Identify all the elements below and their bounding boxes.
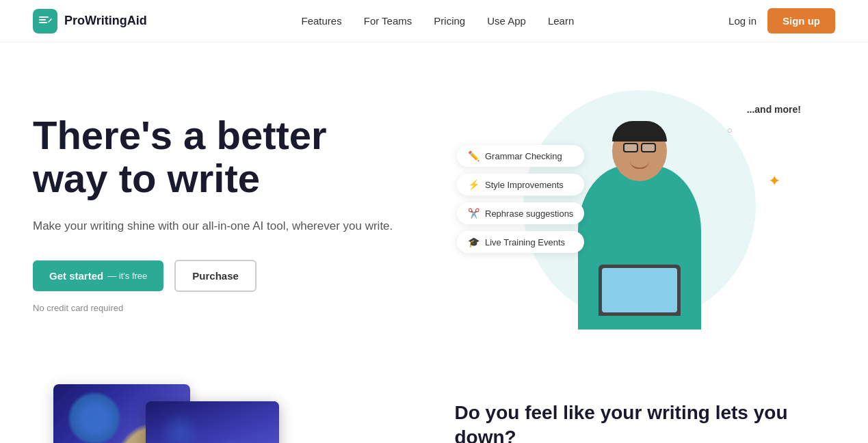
second-content: Do you feel like your writing lets you d…: [455, 401, 836, 443]
nav-for-teams[interactable]: For Teams: [364, 15, 412, 27]
no-credit-text: No credit card required: [33, 303, 416, 313]
laptop: [599, 265, 681, 316]
nav-learn[interactable]: Learn: [548, 15, 574, 27]
get-started-button[interactable]: Get started — it's free: [33, 260, 163, 291]
logo-link[interactable]: ProWritingAid: [33, 9, 147, 33]
feature-pills: ✏️ Grammar Checking ⚡ Style Improvements…: [457, 145, 584, 253]
style-icon: ⚡: [468, 179, 479, 190]
more-badge: ...and more!: [747, 104, 801, 115]
purchase-button[interactable]: Purchase: [174, 260, 257, 292]
swirl-2: [159, 412, 200, 443]
laptop-screen: [602, 268, 677, 312]
person-body: [578, 165, 701, 330]
screenshot-gradient: [146, 401, 279, 443]
hero-section: There's a better way to write Make your …: [0, 42, 868, 371]
circle-deco: ○: [727, 124, 733, 135]
hero-title: There's a better way to write: [33, 113, 416, 201]
nav-links: Features For Teams Pricing Use App Learn: [302, 15, 575, 27]
second-title: Do you feel like your writing lets you d…: [455, 401, 836, 443]
nav-pricing[interactable]: Pricing: [434, 15, 465, 27]
signup-button[interactable]: Sign up: [767, 8, 835, 33]
pill-rephrase: ✂️ Rephrase suggestions: [457, 202, 584, 224]
screenshot-front: [146, 401, 279, 443]
hero-image: ✏️ Grammar Checking ⚡ Style Improvements…: [443, 83, 835, 343]
grammar-icon: ✏️: [468, 150, 479, 161]
smile: [630, 161, 649, 169]
navbar: ProWritingAid Features For Teams Pricing…: [0, 0, 868, 42]
free-tag: — it's free: [107, 271, 147, 281]
nav-actions: Log in Sign up: [728, 8, 835, 33]
hero-person: [578, 165, 701, 330]
login-button[interactable]: Log in: [728, 15, 757, 27]
glasses: [623, 143, 656, 152]
swirl-1: [204, 439, 259, 443]
nav-features[interactable]: Features: [302, 15, 342, 27]
rephrase-icon: ✂️: [468, 208, 479, 219]
hero-content: There's a better way to write Make your …: [33, 113, 416, 314]
svg-rect-2: [39, 22, 47, 23]
second-section: My idea in my head Do you feel like your…: [0, 371, 868, 443]
pill-grammar: ✏️ Grammar Checking: [457, 145, 584, 167]
nav-use-app[interactable]: Use App: [487, 15, 526, 27]
logo-text: ProWritingAid: [64, 14, 147, 28]
pill-training: 🎓 Live Training Events: [457, 231, 584, 253]
hero-subtitle: Make your writing shine with our all-in-…: [33, 217, 416, 235]
svg-rect-0: [39, 16, 49, 18]
person-head: [612, 121, 667, 181]
screenshots-area: My idea in my head: [33, 384, 414, 443]
svg-rect-1: [39, 19, 46, 21]
sparkle-icon: ✦: [768, 172, 780, 190]
logo-icon: [33, 9, 57, 33]
training-icon: 🎓: [468, 237, 479, 247]
pill-style: ⚡ Style Improvements: [457, 174, 584, 196]
hero-buttons: Get started — it's free Purchase: [33, 260, 416, 292]
